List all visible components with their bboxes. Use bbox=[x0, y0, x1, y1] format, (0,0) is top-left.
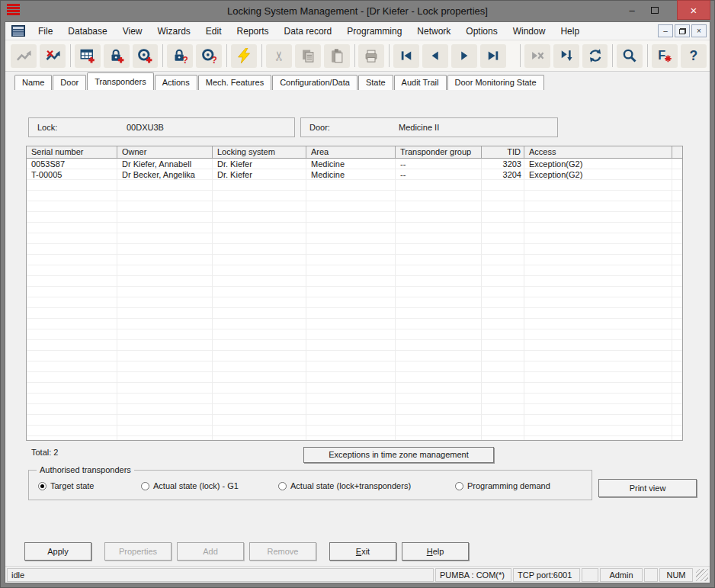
prev-record-button[interactable] bbox=[422, 44, 448, 68]
minimize-button[interactable]: – bbox=[622, 0, 642, 20]
menu-view[interactable]: View bbox=[115, 22, 150, 40]
resize-grip[interactable] bbox=[696, 569, 708, 581]
print-view-button[interactable]: Print view bbox=[598, 479, 697, 497]
new-transponder-icon bbox=[137, 48, 152, 63]
total-count: Total: 2 bbox=[31, 448, 58, 457]
menu-wizards[interactable]: Wizards bbox=[150, 22, 198, 40]
tab-actions[interactable]: Actions bbox=[155, 75, 197, 90]
last-record-button[interactable] bbox=[480, 44, 506, 68]
tab-audit-trail[interactable]: Audit Trail bbox=[394, 75, 447, 90]
tab-state[interactable]: State bbox=[358, 75, 393, 90]
app-logo-icon bbox=[7, 4, 20, 16]
tab-door-monitoring-state[interactable]: Door Monitoring State bbox=[447, 75, 544, 90]
status-user: Admin bbox=[600, 568, 643, 582]
tab-configuration-data[interactable]: Configuration/Data bbox=[272, 75, 358, 90]
print-icon bbox=[364, 48, 379, 63]
menu-reports[interactable]: Reports bbox=[229, 22, 277, 40]
table-row[interactable]: T-00005 Dr Becker, Angelika Dr. Kiefer M… bbox=[27, 169, 682, 180]
svg-text:?: ? bbox=[182, 55, 188, 63]
col-area[interactable]: Area bbox=[306, 146, 396, 158]
read-transponder-button[interactable]: ? bbox=[196, 44, 222, 68]
tab-transponders[interactable]: Transponders bbox=[87, 72, 153, 90]
disconnect-button[interactable] bbox=[40, 44, 66, 68]
new-locking-system-icon bbox=[80, 48, 95, 63]
tab-mech-features[interactable]: Mech. Features bbox=[198, 75, 271, 90]
authorised-transponders-group: Authorised transponders Target state Act… bbox=[28, 470, 592, 500]
new-transponder-button[interactable] bbox=[133, 44, 159, 68]
menu-bar: File Database View Wizards Edit Reports … bbox=[5, 22, 710, 40]
mdi-close-button[interactable]: × bbox=[691, 24, 707, 37]
mdi-restore-button[interactable] bbox=[675, 24, 690, 37]
goto-task-button[interactable] bbox=[553, 44, 579, 68]
connect-button bbox=[11, 44, 37, 68]
filter-settings-button[interactable]: F bbox=[652, 44, 678, 68]
help-button[interactable]: ? bbox=[681, 44, 707, 68]
col-transponder-group[interactable]: Transponder group bbox=[396, 146, 482, 158]
cell-transponder-group: -- bbox=[396, 169, 482, 180]
radio-icon bbox=[38, 482, 46, 490]
help-footer-button[interactable]: Help bbox=[402, 542, 469, 561]
menu-file[interactable]: File bbox=[30, 22, 60, 40]
cell-serial: T-00005 bbox=[27, 169, 117, 180]
cell-area: Medicine bbox=[306, 159, 396, 169]
cell-owner: Dr Becker, Angelika bbox=[117, 169, 213, 180]
cell-locking-system: Dr. Kiefer bbox=[213, 159, 306, 169]
table-row[interactable]: 0053S87 Dr Kiefer, Annabell Dr. Kiefer M… bbox=[27, 159, 682, 169]
maximize-button[interactable] bbox=[645, 0, 665, 20]
menu-database[interactable]: Database bbox=[60, 22, 114, 40]
exceptions-time-zone-button[interactable]: Exceptions in time zone management bbox=[303, 447, 494, 463]
restore-icon bbox=[679, 28, 686, 34]
mdi-minimize-button[interactable]: – bbox=[658, 24, 673, 37]
col-serial-number[interactable]: Serial number bbox=[27, 146, 117, 158]
refresh-button[interactable] bbox=[582, 44, 608, 68]
new-locking-system-button[interactable] bbox=[75, 44, 101, 68]
next-record-button[interactable] bbox=[451, 44, 477, 68]
help-icon: ? bbox=[686, 48, 701, 63]
menu-programming[interactable]: Programming bbox=[339, 22, 409, 40]
first-record-button[interactable] bbox=[393, 44, 419, 68]
radio-actual-state-lock-g1[interactable]: Actual state (lock) - G1 bbox=[141, 481, 239, 490]
refresh-icon bbox=[588, 48, 603, 63]
menu-edit[interactable]: Edit bbox=[198, 22, 229, 40]
footer-button-bar: Apply Properties Add Remove Exit Help bbox=[5, 535, 710, 566]
menu-data-record[interactable]: Data record bbox=[277, 22, 340, 40]
radio-icon bbox=[455, 482, 463, 490]
door-label: Door: bbox=[309, 123, 399, 132]
cut-icon: ✂ bbox=[271, 50, 287, 61]
apply-button[interactable]: Apply bbox=[24, 542, 91, 561]
svg-text:F: F bbox=[658, 48, 665, 62]
maximize-icon bbox=[651, 7, 659, 14]
menu-options[interactable]: Options bbox=[458, 22, 505, 40]
search-button[interactable] bbox=[617, 44, 643, 68]
tab-name[interactable]: Name bbox=[14, 75, 52, 90]
cell-locking-system: Dr. Kiefer bbox=[213, 169, 306, 180]
tab-door[interactable]: Door bbox=[53, 75, 86, 90]
status-blank-2 bbox=[644, 568, 658, 582]
transponder-table: Serial number Owner Locking system Area … bbox=[26, 146, 683, 441]
col-access[interactable]: Access bbox=[524, 146, 672, 158]
system-menu-icon[interactable] bbox=[11, 25, 25, 37]
add-button: Add bbox=[177, 542, 244, 561]
programming-button[interactable] bbox=[231, 44, 257, 68]
first-record-icon bbox=[399, 48, 414, 63]
goto-task-icon bbox=[559, 48, 574, 63]
svg-text:?: ? bbox=[211, 55, 216, 63]
read-lock-button[interactable]: ? bbox=[167, 44, 193, 68]
radio-icon bbox=[278, 482, 287, 490]
lock-value: 00DXU3B bbox=[127, 123, 164, 132]
radio-programming-demand[interactable]: Programming demand bbox=[455, 481, 550, 490]
cell-transponder-group: -- bbox=[396, 159, 482, 169]
new-lock-button[interactable] bbox=[104, 44, 130, 68]
col-owner[interactable]: Owner bbox=[117, 146, 213, 158]
close-button[interactable]: × bbox=[677, 0, 710, 20]
exit-button[interactable]: Exit bbox=[329, 542, 396, 561]
menu-window[interactable]: Window bbox=[505, 22, 553, 40]
radio-target-state[interactable]: Target state bbox=[38, 481, 94, 490]
menu-network[interactable]: Network bbox=[409, 22, 458, 40]
col-locking-system[interactable]: Locking system bbox=[213, 146, 306, 158]
cell-owner: Dr Kiefer, Annabell bbox=[117, 159, 213, 169]
col-tid[interactable]: TID bbox=[482, 146, 524, 158]
menu-help[interactable]: Help bbox=[553, 22, 587, 40]
paste-button bbox=[324, 44, 350, 68]
radio-actual-state-lock-transponders[interactable]: Actual state (lock+transponders) bbox=[278, 481, 411, 490]
